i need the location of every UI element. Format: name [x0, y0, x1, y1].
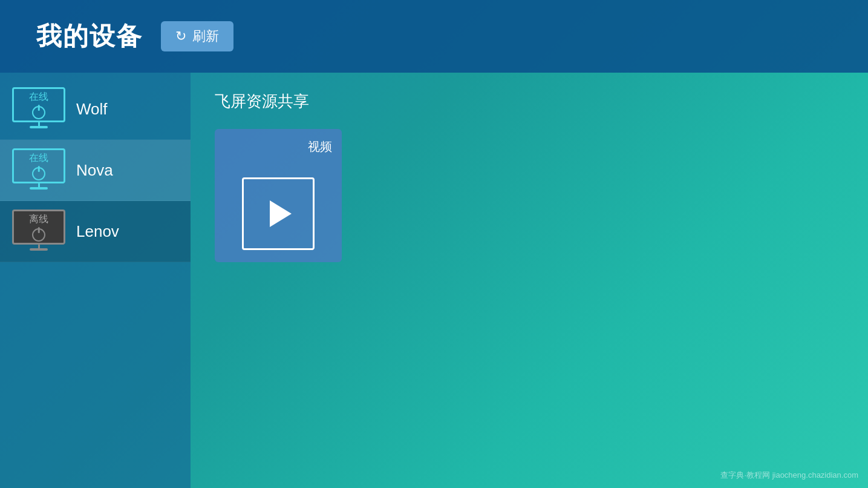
- media-grid: 视频: [215, 129, 844, 262]
- monitor-screen-nova: 在线: [12, 148, 65, 183]
- page-title: 我的设备: [36, 19, 143, 53]
- video-card-label: 视频: [308, 139, 332, 155]
- device-item-lenov[interactable]: 离线 Lenov: [0, 201, 191, 262]
- power-icon-lenov: [32, 228, 45, 242]
- device-item-wolf[interactable]: 在线 Wolf: [0, 79, 191, 140]
- wolf-device-name: Wolf: [76, 100, 108, 119]
- video-media-card[interactable]: 视频: [215, 129, 342, 262]
- content-area: 飞屏资源共享 视频: [191, 73, 868, 488]
- sidebar: 在线 Wolf 在线 Nova: [0, 73, 191, 488]
- lenov-device-name: Lenov: [76, 222, 119, 241]
- monitor-screen-lenov: 离线: [12, 209, 65, 245]
- monitor-base-lenov: [30, 248, 48, 251]
- refresh-icon: ↻: [175, 28, 186, 44]
- nova-device-name: Nova: [76, 161, 113, 180]
- monitor-icon-lenov: 离线: [12, 209, 65, 253]
- wolf-status-label: 在线: [29, 91, 48, 104]
- main-content: 在线 Wolf 在线 Nova: [0, 73, 868, 488]
- refresh-label: 刷新: [192, 27, 219, 45]
- refresh-button[interactable]: ↻ 刷新: [161, 21, 233, 51]
- header: 我的设备 ↻ 刷新: [0, 0, 868, 73]
- monitor-base-wolf: [30, 126, 48, 128]
- monitor-icon-wolf: 在线: [12, 87, 65, 131]
- section-title: 飞屏资源共享: [215, 91, 844, 112]
- device-item-nova[interactable]: 在线 Nova: [0, 140, 191, 201]
- monitor-screen-wolf: 在线: [12, 87, 65, 122]
- lenov-status-label: 离线: [29, 213, 48, 226]
- video-play-area[interactable]: [242, 177, 315, 250]
- nova-status-label: 在线: [29, 152, 48, 165]
- power-icon-wolf: [32, 106, 45, 119]
- play-triangle-icon: [270, 200, 292, 227]
- power-icon-nova: [32, 167, 45, 180]
- monitor-icon-nova: 在线: [12, 148, 65, 192]
- monitor-base-nova: [30, 187, 48, 190]
